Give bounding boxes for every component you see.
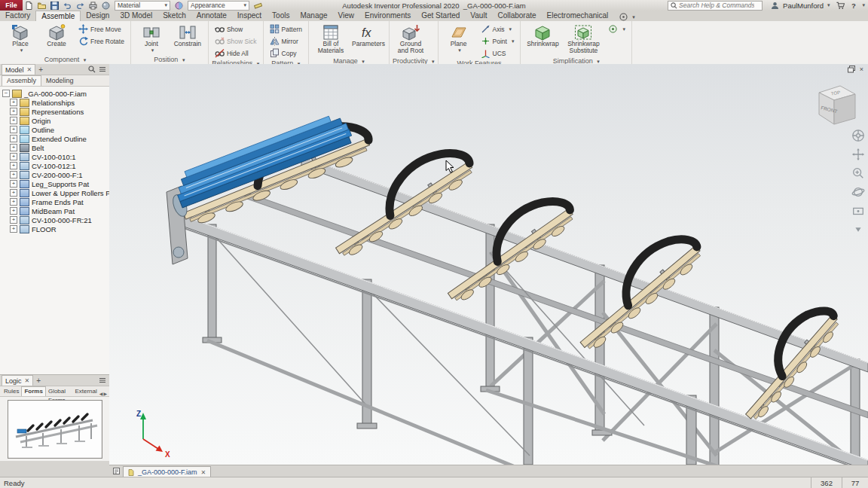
define-envelopes-button[interactable]: ▾ [605, 23, 628, 35]
tree-row[interactable]: +Frame Ends Pat [0, 197, 109, 206]
free-rotate-button[interactable]: Free Rotate [75, 35, 127, 47]
help-icon[interactable]: ? [848, 1, 858, 10]
point-button[interactable]: Point ▾ [478, 35, 518, 47]
material-combo[interactable]: Material▾ [115, 1, 170, 11]
navbar-more-icon[interactable] [851, 223, 865, 236]
zoom-icon[interactable] [851, 166, 865, 180]
tree-row[interactable]: +Origin [0, 116, 109, 125]
look-at-icon[interactable] [851, 204, 865, 218]
tree-row[interactable]: +Lower & Upper Rollers Pat [0, 188, 109, 197]
measure-icon[interactable] [253, 1, 263, 10]
open-icon[interactable] [37, 1, 47, 10]
caret-down-icon[interactable]: ▾ [632, 14, 635, 20]
parameters-button[interactable]: fx Parameters [351, 23, 386, 49]
search-icon[interactable] [88, 66, 96, 73]
tab-assemble[interactable]: Assemble [35, 11, 81, 21]
document-list-icon[interactable] [113, 468, 120, 476]
tree-row[interactable]: +Extended Outline [0, 134, 109, 143]
subtab-rules[interactable]: Rules [2, 387, 21, 396]
save-icon[interactable] [50, 1, 60, 10]
window-close-icon[interactable]: × [860, 66, 863, 73]
axis-button[interactable]: Axis ▾ [478, 23, 518, 35]
document-tab[interactable]: _GA-000-000-F.iam ✕ [123, 466, 211, 477]
tree-row-root[interactable]: −_GA-000-000-F.iam [0, 89, 109, 98]
subtab-forms[interactable]: Forms [21, 386, 45, 396]
subtab-scroll-arrows[interactable]: ◀▶ [99, 391, 109, 396]
undo-icon[interactable] [63, 1, 72, 10]
tab-get-started[interactable]: Get Started [416, 11, 465, 21]
tree-row[interactable]: +Outline [0, 125, 109, 134]
subtab-global-forms[interactable]: Global Forms [46, 387, 73, 396]
tree-row[interactable]: +CV-100-012:1 [0, 161, 109, 170]
search-box[interactable] [668, 1, 763, 11]
copy-button[interactable]: Copy [267, 47, 305, 59]
pattern-button[interactable]: Pattern [267, 23, 305, 35]
tree-row[interactable]: +MidBeam Pat [0, 206, 109, 215]
menu-icon[interactable] [99, 66, 106, 73]
pan-icon[interactable] [851, 148, 865, 161]
tab-collaborate[interactable]: Collaborate [492, 11, 541, 21]
free-move-button[interactable]: Free Move [75, 23, 127, 35]
add-pane-button[interactable]: + [38, 66, 43, 74]
show-button[interactable]: Show [212, 23, 260, 35]
appearance-combo[interactable]: Appearance▾ [188, 1, 249, 11]
subtab-modeling[interactable]: Modeling [41, 76, 78, 86]
user-name[interactable]: PaulMunford [783, 2, 824, 10]
tree-row[interactable]: +CV-200-000-F:1 [0, 170, 109, 179]
redo-icon[interactable] [75, 1, 85, 10]
close-icon[interactable]: ✕ [25, 377, 30, 384]
joint-button[interactable]: Joint ▾ [134, 23, 169, 55]
full-navigation-wheel-icon[interactable] [851, 129, 865, 142]
tab-annotate[interactable]: Annotate [191, 11, 232, 21]
plane-button[interactable]: Plane ▾ [442, 23, 476, 55]
tab-electromechanical[interactable]: Electromechanical [542, 11, 614, 21]
tree-row[interactable]: +CV-100-010:1 [0, 152, 109, 161]
orbit-icon[interactable] [851, 185, 865, 199]
tab-manage[interactable]: Manage [295, 11, 332, 21]
constrain-button[interactable]: Constrain [170, 23, 205, 49]
add-pane-button[interactable]: + [36, 377, 41, 385]
subtab-assembly[interactable]: Assembly [2, 75, 41, 86]
tab-3d-model[interactable]: 3D Model [115, 11, 157, 21]
tab-sketch[interactable]: Sketch [157, 11, 191, 21]
tab-tools[interactable]: Tools [267, 11, 295, 21]
ucs-button[interactable]: UCS [478, 47, 518, 59]
form-thumbnail[interactable] [8, 400, 102, 459]
place-button[interactable]: Place ▾ [3, 23, 38, 55]
app-store-cart-icon[interactable] [836, 1, 845, 10]
create-button[interactable]: Create [39, 23, 74, 49]
search-input[interactable] [677, 1, 756, 10]
bill-of-materials-button[interactable]: Bill of Materials [312, 23, 350, 56]
model-pane-tab[interactable]: Model ✕ [2, 64, 35, 75]
menu-icon[interactable] [99, 377, 106, 384]
tree-row[interactable]: +CV-100-000-FR:21 [0, 215, 109, 224]
show-sick-button[interactable]: Show Sick [212, 35, 260, 47]
subtab-external[interactable]: External [72, 387, 99, 396]
mirror-button[interactable]: Mirror [267, 35, 305, 47]
logic-pane-tab[interactable]: Logic ✕ [2, 375, 33, 386]
ribbon-display-icon[interactable] [619, 13, 628, 21]
new-document-icon[interactable] [24, 1, 34, 10]
3d-viewport-model[interactable] [109, 64, 868, 465]
hide-all-button[interactable]: Hide All [212, 47, 260, 59]
close-icon[interactable]: ✕ [201, 469, 206, 476]
tab-environments[interactable]: Environments [359, 11, 416, 21]
print-icon[interactable] [88, 1, 98, 10]
shrinkwrap-button[interactable]: Shrinkwrap [524, 23, 561, 49]
tab-factory[interactable]: Factory [0, 11, 35, 21]
tree-row[interactable]: +Representations [0, 107, 109, 116]
window-restore-icon[interactable] [848, 66, 855, 73]
tab-inspect[interactable]: Inspect [232, 11, 267, 21]
close-icon[interactable]: ✕ [27, 66, 32, 73]
file-menu-button[interactable]: File [0, 0, 23, 11]
tree-row[interactable]: +Belt [0, 143, 109, 152]
shrinkwrap-substitute-button[interactable]: Shrinkwrap Substitute [563, 23, 604, 56]
ground-and-root-button[interactable]: Ground and Root [393, 23, 429, 56]
tree-row[interactable]: +FLOOR [0, 224, 109, 233]
tab-vault[interactable]: Vault [465, 11, 492, 21]
tree-row[interactable]: +Leg_Supports Pat [0, 179, 109, 188]
tab-view[interactable]: View [333, 11, 360, 21]
tree-row[interactable]: +Relationships [0, 98, 109, 107]
graphics-window[interactable]: Z X TOP FRONT × [109, 64, 868, 465]
tab-design[interactable]: Design [81, 11, 115, 21]
